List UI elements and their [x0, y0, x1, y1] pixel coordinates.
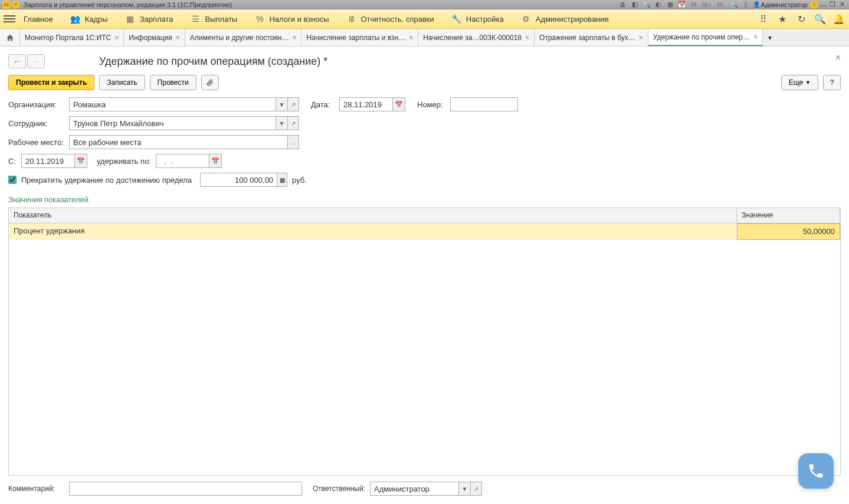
number-input[interactable]: [450, 97, 518, 111]
apps-icon[interactable]: ⠿: [757, 12, 770, 25]
comment-input[interactable]: [69, 482, 302, 496]
zoom-in-icon[interactable]: 🔍: [729, 1, 739, 9]
stop-limit-checkbox[interactable]: [8, 176, 17, 184]
grid-col-indicator[interactable]: Показатель: [9, 208, 737, 223]
org-field[interactable]: ▼ ↗: [69, 97, 299, 111]
nav-back-button[interactable]: ←: [8, 54, 26, 68]
home-tab[interactable]: [0, 29, 20, 46]
menu-item-admin[interactable]: ⚙Администрирование: [522, 14, 609, 24]
tab-reflection[interactable]: Отражение зарплаты в бух…×: [535, 29, 648, 46]
calendar-icon[interactable]: 📅: [392, 97, 405, 111]
post-button[interactable]: Провести: [150, 75, 196, 90]
responsible-field[interactable]: ▼ ↗: [370, 482, 482, 496]
open-icon[interactable]: ↗: [287, 116, 299, 130]
tab-deduction[interactable]: Удержание по прочим опер…×: [648, 29, 763, 46]
tab-close-icon[interactable]: ×: [292, 34, 296, 42]
minimize-button[interactable]: —: [818, 1, 828, 9]
calendar-icon[interactable]: 📅: [677, 1, 687, 9]
tool-icon-5[interactable]: ▦: [666, 1, 675, 9]
tab-close-icon[interactable]: ×: [753, 33, 758, 41]
search-icon[interactable]: 🔍: [814, 12, 827, 25]
panel-icon[interactable]: ▯: [741, 1, 750, 9]
tool-icon-2[interactable]: ◧: [630, 1, 640, 9]
menu-item-payments[interactable]: ☰Выплаты: [191, 14, 238, 24]
history-icon[interactable]: ↻: [795, 12, 808, 25]
tab-alimony[interactable]: Алименты и другие постоян…×: [185, 29, 302, 46]
tab-close-icon[interactable]: ×: [176, 34, 180, 42]
tab-close-icon[interactable]: ×: [639, 34, 643, 42]
menu-item-staff[interactable]: 👥Кадры: [71, 14, 108, 24]
m-minus-icon[interactable]: M-: [715, 1, 727, 9]
hold-until-label: удерживать по:: [97, 157, 151, 166]
post-and-close-button[interactable]: Провести и закрыть: [8, 75, 94, 90]
emp-input[interactable]: [69, 116, 276, 130]
tab-overflow-button[interactable]: ▾: [763, 29, 777, 46]
dropdown-icon[interactable]: ▼: [276, 97, 287, 111]
menu-burger-icon[interactable]: [4, 13, 15, 25]
ellipsis-icon[interactable]: …: [287, 135, 299, 149]
from-date-input[interactable]: [21, 154, 74, 168]
date-input[interactable]: [339, 97, 392, 111]
menu-item-settings[interactable]: 🔧Настройка: [452, 14, 504, 24]
responsible-input[interactable]: [370, 482, 458, 496]
date-field[interactable]: 📅: [339, 97, 405, 111]
limit-field[interactable]: ▦: [200, 173, 287, 187]
tab-monitor[interactable]: Монитор Портала 1С:ИТС×: [20, 29, 124, 46]
hold-until-input[interactable]: [156, 154, 209, 168]
tab-close-icon[interactable]: ×: [114, 34, 119, 42]
save-button[interactable]: Записать: [99, 75, 145, 90]
tool-icon-3[interactable]: 🔍: [642, 1, 651, 9]
m-plus-icon[interactable]: M+: [701, 1, 713, 9]
grid-col-value[interactable]: Значение: [737, 208, 840, 223]
workplace-input[interactable]: [69, 135, 287, 149]
help-button[interactable]: ?: [823, 75, 841, 90]
info-icon[interactable]: i: [810, 1, 818, 9]
grid-cell-value[interactable]: 50,00000: [737, 223, 840, 240]
bell-icon[interactable]: 🔔: [832, 12, 845, 25]
tab-info[interactable]: Информация×: [124, 29, 185, 46]
print-icon[interactable]: 🖶: [618, 1, 628, 9]
limit-input[interactable]: [200, 173, 277, 187]
workplace-field[interactable]: …: [69, 135, 299, 149]
more-button[interactable]: Еще ▼: [781, 75, 818, 90]
emp-field[interactable]: ▼ ↗: [69, 116, 299, 130]
tab-accrual-doc[interactable]: Начисление за…00ЗК-000018×: [418, 29, 535, 46]
m-icon[interactable]: M: [689, 1, 699, 9]
org-input[interactable]: [69, 97, 276, 111]
menu-item-reports[interactable]: 🗎Отчетность, справки: [347, 14, 434, 24]
hold-until-field[interactable]: 📅: [156, 154, 222, 168]
tab-close-icon[interactable]: ×: [525, 34, 529, 42]
menu-item-main[interactable]: Главное: [24, 15, 53, 24]
tab-label: Монитор Портала 1С:ИТС: [25, 34, 111, 42]
call-fab[interactable]: [798, 453, 834, 489]
grid-row[interactable]: Процент удержания 50,00000: [9, 223, 840, 240]
attach-button[interactable]: [201, 75, 219, 90]
page-close-button[interactable]: ×: [835, 52, 841, 63]
indicators-grid: Показатель Значение Процент удержания 50…: [8, 207, 841, 476]
tab-bar: Монитор Портала 1С:ИТС× Информация× Алим…: [0, 29, 849, 47]
calendar-icon[interactable]: 📅: [209, 154, 222, 168]
star-icon[interactable]: ★: [776, 12, 789, 25]
page-footer: Комментарий: Ответственный: ▼ ↗: [8, 476, 841, 500]
open-icon[interactable]: ↗: [470, 482, 482, 496]
nav-forward-button[interactable]: →: [27, 54, 45, 68]
tab-accrual[interactable]: Начисление зарплаты и взн…×: [301, 29, 418, 46]
calendar-icon[interactable]: 📅: [74, 154, 87, 168]
from-date-field[interactable]: 📅: [21, 154, 87, 168]
tab-close-icon[interactable]: ×: [409, 34, 413, 42]
user-menu[interactable]: 👤 Администратор: [753, 1, 808, 8]
org-label: Организация:: [8, 100, 64, 109]
menu-item-salary[interactable]: ▦Зарплата: [126, 14, 173, 24]
dropdown-icon[interactable]: ▼: [458, 482, 470, 496]
close-window-button[interactable]: ✕: [837, 1, 847, 9]
indicators-section-link[interactable]: Значения показателей: [8, 195, 841, 204]
titlebar-dropdown-icon[interactable]: ▾: [12, 1, 20, 9]
tool-icon-4[interactable]: ◐: [654, 1, 663, 9]
maximize-button[interactable]: ❐: [828, 1, 837, 9]
responsible-label: Ответственный:: [313, 485, 365, 493]
phone-icon: [807, 462, 825, 480]
open-icon[interactable]: ↗: [287, 97, 299, 111]
menu-item-taxes[interactable]: %Налоги и взносы: [255, 14, 329, 24]
calc-icon[interactable]: ▦: [277, 173, 287, 187]
dropdown-icon[interactable]: ▼: [276, 116, 287, 130]
